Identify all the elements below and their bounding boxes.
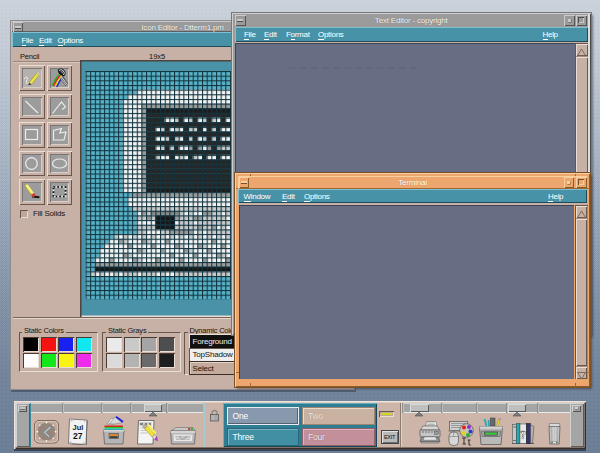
svg-text:?: ? <box>520 428 526 442</box>
svg-text:27: 27 <box>73 431 83 441</box>
